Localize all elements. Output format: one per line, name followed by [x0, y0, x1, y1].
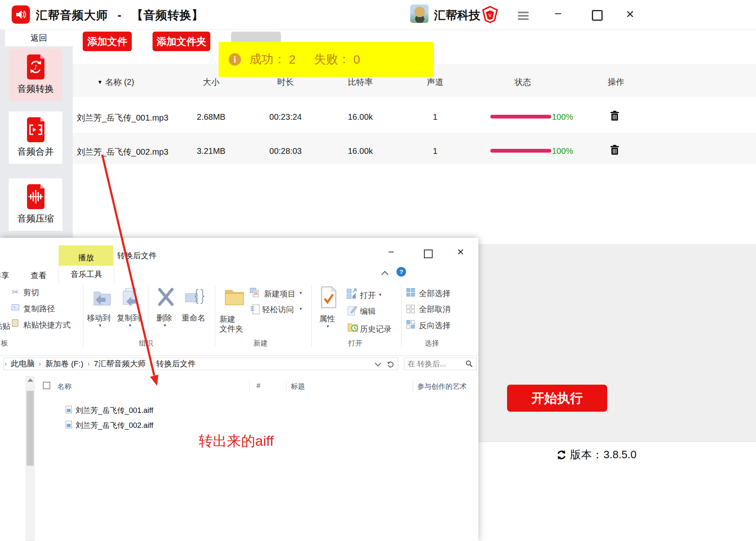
search-icon[interactable]	[465, 360, 473, 368]
help-icon[interactable]: ?	[396, 267, 406, 277]
copy-to-button[interactable]: 复制到	[117, 313, 140, 324]
column-divider[interactable]	[249, 380, 250, 393]
edit-icon	[347, 305, 357, 316]
address-bar[interactable]: › 此电脑 › 新加卷 (F:) › 7汇帮音频大师 › 转换后文件	[3, 358, 398, 370]
column-header-channels[interactable]: 声道	[427, 77, 443, 88]
open-button[interactable]: 打开	[360, 290, 376, 301]
main-titlebar: 汇帮音频大师 - 【音频转换】 汇帮科技 v − ×	[0, 0, 756, 30]
ribbon-collapse-icon[interactable]	[382, 271, 387, 279]
file-bitrate-cell: 16.00k	[348, 112, 373, 122]
search-input[interactable]: 在 转换后...	[404, 358, 477, 370]
edit-button[interactable]: 编辑	[360, 306, 376, 317]
explorer-close-button[interactable]: ×	[457, 248, 464, 256]
column-header-name[interactable]: ▼名称 (2)	[97, 77, 134, 88]
column-header-status[interactable]: 状态	[515, 77, 531, 88]
menu-icon[interactable]	[518, 10, 529, 22]
file-size-cell: 2.68MB	[197, 112, 226, 122]
explorer-title: 转换后文件	[117, 250, 157, 261]
column-divider[interactable]	[286, 380, 286, 393]
add-file-button[interactable]: 添加文件	[83, 32, 132, 51]
column-header-bitrate[interactable]: 比特率	[348, 77, 373, 88]
column-header-size[interactable]: 大小	[203, 77, 219, 88]
column-header-actions[interactable]: 操作	[608, 77, 624, 88]
list-item[interactable]: 刘兰芳_岳飞传_001.aiff	[76, 405, 153, 415]
paste-button-cut[interactable]: 粘贴	[0, 321, 10, 332]
caret-down-icon: ▾	[99, 323, 101, 328]
app-title: 汇帮音频大师 - 【音频转换】	[36, 7, 204, 23]
list-column-name[interactable]: 名称	[57, 382, 71, 391]
add-folder-button[interactable]: 添加文件夹	[153, 32, 210, 51]
breadcrumb-volume-f[interactable]: 新加卷 (F:)	[45, 358, 84, 369]
rename-button[interactable]: 重命名	[182, 313, 205, 324]
table-row[interactable]	[73, 97, 756, 133]
new-folder-button-line2[interactable]: 文件夹	[219, 324, 243, 334]
update-icon[interactable]	[556, 450, 567, 460]
copy-path-button[interactable]: 复制路径	[23, 304, 55, 314]
delete-icon	[156, 286, 175, 308]
success-label: 成功：	[249, 51, 286, 68]
audio-file-icon	[66, 406, 72, 413]
title-dash: -	[118, 9, 122, 22]
explorer-maximize-button[interactable]	[424, 250, 433, 258]
start-button[interactable]: 开始执行	[507, 385, 607, 412]
invert-selection-button[interactable]: 反向选择	[419, 320, 451, 331]
new-folder-icon	[224, 288, 244, 306]
delete-row-icon[interactable]	[610, 111, 619, 121]
tab-view[interactable]: 查看	[31, 270, 47, 281]
ribbon-separator	[215, 285, 215, 347]
progress-bar	[490, 115, 551, 119]
history-button[interactable]: 历史记录	[360, 324, 392, 335]
breadcrumb-this-pc[interactable]: 此电脑	[11, 358, 34, 369]
close-button[interactable]: ×	[626, 7, 634, 20]
breadcrumb-output-folder[interactable]: 转换后文件	[156, 358, 196, 369]
new-item-button[interactable]: 新建项目	[264, 289, 296, 299]
audio-file-icon	[66, 421, 72, 428]
column-divider[interactable]	[413, 380, 413, 393]
tab-play[interactable]: 播放	[59, 245, 113, 266]
scrollbar-thumb[interactable]	[27, 391, 34, 466]
caret-down-icon: ▾	[300, 306, 302, 311]
fail-count: 0	[353, 53, 360, 67]
list-item[interactable]: 刘兰芳_岳飞传_002.aiff	[76, 420, 153, 430]
sidebar-item-audio-compress[interactable]: 音频压缩	[9, 178, 62, 231]
list-column-artists[interactable]: 参与创作的艺术	[417, 382, 467, 391]
refresh-icon[interactable]	[387, 360, 394, 368]
delete-row-icon[interactable]	[610, 145, 619, 156]
version-info: 版本：3.8.5.0	[556, 447, 637, 462]
minimize-button[interactable]: −	[554, 7, 562, 20]
breadcrumb-app-folder[interactable]: 7汇帮音频大师	[94, 358, 146, 369]
select-all-checkbox[interactable]	[43, 382, 50, 389]
delete-button[interactable]: 删除	[156, 313, 172, 324]
ribbon-separator	[311, 285, 312, 347]
file-size-cell: 3.21MB	[197, 146, 226, 156]
back-button[interactable]: 返回	[5, 29, 73, 47]
vip-shield-icon[interactable]: v	[482, 6, 498, 23]
move-to-button[interactable]: 移动到	[87, 313, 111, 324]
file-name-cell: 刘兰芳_岳飞传_001.mp3	[77, 112, 168, 124]
table-row[interactable]	[73, 133, 756, 164]
column-header-duration[interactable]: 时长	[277, 77, 294, 88]
paste-shortcut-button[interactable]: 粘贴快捷方式	[23, 320, 71, 331]
avatar[interactable]	[410, 5, 428, 23]
scroll-up-icon[interactable]	[27, 378, 33, 382]
svg-text:♪: ♪	[34, 64, 38, 71]
sort-desc-icon[interactable]: ▼	[97, 79, 103, 85]
maximize-button[interactable]	[592, 10, 603, 21]
address-dropdown-icon[interactable]	[377, 359, 381, 368]
list-column-title[interactable]: 标题	[291, 382, 305, 391]
rename-icon	[185, 287, 206, 309]
audio-convert-icon: ♪	[25, 54, 47, 79]
explorer-minimize-button[interactable]: −	[388, 248, 394, 256]
properties-button[interactable]: 属性	[319, 314, 335, 324]
breadcrumb-chevron-icon: ›	[150, 360, 152, 368]
list-column-number[interactable]: #	[256, 382, 260, 390]
cut-button[interactable]: 剪切	[23, 287, 39, 298]
sidebar-item-audio-convert[interactable]: ♪ 音频转换	[9, 49, 62, 101]
tab-music-tools[interactable]: 音乐工具	[59, 266, 114, 283]
select-none-button[interactable]: 全部取消	[419, 304, 451, 315]
select-all-button[interactable]: 全部选择	[419, 288, 451, 299]
sidebar-item-audio-merge[interactable]: 音频合并	[9, 111, 62, 164]
easy-access-button[interactable]: 轻松访问	[262, 304, 294, 315]
tab-share[interactable]: 共享	[0, 270, 9, 281]
new-item-icon	[250, 288, 261, 298]
